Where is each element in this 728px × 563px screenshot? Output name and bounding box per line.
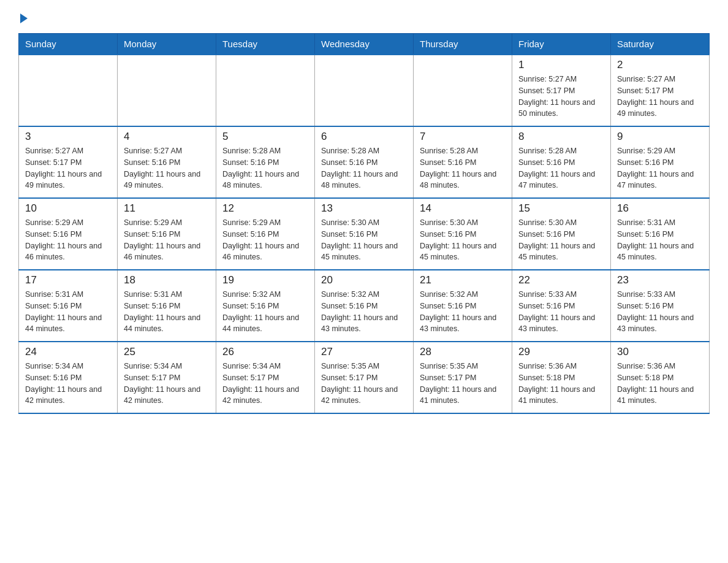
day-info: Sunrise: 5:28 AM Sunset: 5:16 PM Dayligh… — [222, 145, 308, 191]
day-number: 9 — [617, 131, 703, 143]
calendar-cell — [315, 55, 414, 126]
day-number: 15 — [518, 202, 604, 215]
day-info: Sunrise: 5:28 AM Sunset: 5:16 PM Dayligh… — [420, 145, 506, 191]
calendar-cell: 4Sunrise: 5:27 AM Sunset: 5:16 PM Daylig… — [118, 126, 216, 198]
day-number: 22 — [518, 274, 604, 286]
calendar-cell: 24Sunrise: 5:34 AM Sunset: 5:16 PM Dayli… — [19, 342, 118, 413]
calendar-cell — [118, 55, 216, 126]
calendar-cell: 14Sunrise: 5:30 AM Sunset: 5:16 PM Dayli… — [414, 198, 512, 270]
day-info: Sunrise: 5:27 AM Sunset: 5:17 PM Dayligh… — [518, 74, 604, 120]
day-info: Sunrise: 5:29 AM Sunset: 5:16 PM Dayligh… — [617, 145, 703, 191]
calendar-cell: 29Sunrise: 5:36 AM Sunset: 5:18 PM Dayli… — [512, 342, 611, 413]
weekday-header-thursday: Thursday — [414, 34, 512, 55]
calendar-header-row: SundayMondayTuesdayWednesdayThursdayFrid… — [19, 34, 710, 55]
calendar-cell: 27Sunrise: 5:35 AM Sunset: 5:17 PM Dayli… — [315, 342, 414, 413]
calendar-cell: 10Sunrise: 5:29 AM Sunset: 5:16 PM Dayli… — [19, 198, 118, 270]
day-info: Sunrise: 5:28 AM Sunset: 5:16 PM Dayligh… — [321, 145, 407, 191]
day-info: Sunrise: 5:27 AM Sunset: 5:17 PM Dayligh… — [25, 145, 111, 191]
calendar-table: SundayMondayTuesdayWednesdayThursdayFrid… — [18, 33, 710, 414]
calendar-cell: 19Sunrise: 5:32 AM Sunset: 5:16 PM Dayli… — [216, 270, 315, 342]
day-info: Sunrise: 5:31 AM Sunset: 5:16 PM Dayligh… — [25, 289, 111, 335]
day-number: 21 — [420, 274, 506, 286]
calendar-cell: 5Sunrise: 5:28 AM Sunset: 5:16 PM Daylig… — [216, 126, 315, 198]
calendar-cell: 18Sunrise: 5:31 AM Sunset: 5:16 PM Dayli… — [118, 270, 216, 342]
calendar-week-row: 3Sunrise: 5:27 AM Sunset: 5:17 PM Daylig… — [19, 126, 710, 198]
day-number: 29 — [518, 346, 604, 358]
calendar-cell — [414, 55, 512, 126]
calendar-cell: 25Sunrise: 5:34 AM Sunset: 5:17 PM Dayli… — [118, 342, 216, 413]
day-info: Sunrise: 5:28 AM Sunset: 5:16 PM Dayligh… — [518, 145, 604, 191]
calendar-week-row: 10Sunrise: 5:29 AM Sunset: 5:16 PM Dayli… — [19, 198, 710, 270]
day-info: Sunrise: 5:31 AM Sunset: 5:16 PM Dayligh… — [617, 217, 703, 263]
day-info: Sunrise: 5:33 AM Sunset: 5:16 PM Dayligh… — [617, 289, 703, 335]
day-info: Sunrise: 5:33 AM Sunset: 5:16 PM Dayligh… — [518, 289, 604, 335]
calendar-cell: 28Sunrise: 5:35 AM Sunset: 5:17 PM Dayli… — [414, 342, 512, 413]
day-number: 25 — [124, 346, 210, 358]
calendar-cell: 21Sunrise: 5:32 AM Sunset: 5:16 PM Dayli… — [414, 270, 512, 342]
day-number: 13 — [321, 202, 407, 215]
weekday-header-wednesday: Wednesday — [315, 34, 414, 55]
day-number: 6 — [321, 131, 407, 143]
weekday-header-monday: Monday — [118, 34, 216, 55]
weekday-header-tuesday: Tuesday — [216, 34, 315, 55]
calendar-cell — [19, 55, 118, 126]
day-number: 8 — [518, 131, 604, 143]
day-info: Sunrise: 5:34 AM Sunset: 5:16 PM Dayligh… — [25, 361, 111, 407]
calendar-cell: 11Sunrise: 5:29 AM Sunset: 5:16 PM Dayli… — [118, 198, 216, 270]
calendar-cell: 1Sunrise: 5:27 AM Sunset: 5:17 PM Daylig… — [512, 55, 611, 126]
day-number: 12 — [222, 202, 308, 215]
calendar-cell: 22Sunrise: 5:33 AM Sunset: 5:16 PM Dayli… — [512, 270, 611, 342]
day-info: Sunrise: 5:30 AM Sunset: 5:16 PM Dayligh… — [518, 217, 604, 263]
day-info: Sunrise: 5:27 AM Sunset: 5:16 PM Dayligh… — [124, 145, 210, 191]
day-number: 11 — [124, 202, 210, 215]
day-number: 26 — [222, 346, 308, 358]
day-number: 10 — [25, 202, 111, 215]
day-number: 24 — [25, 346, 111, 358]
calendar-cell: 30Sunrise: 5:36 AM Sunset: 5:18 PM Dayli… — [611, 342, 710, 413]
day-number: 17 — [25, 274, 111, 286]
calendar-cell — [216, 55, 315, 126]
day-info: Sunrise: 5:36 AM Sunset: 5:18 PM Dayligh… — [617, 361, 703, 407]
day-info: Sunrise: 5:27 AM Sunset: 5:17 PM Dayligh… — [617, 74, 703, 120]
day-number: 14 — [420, 202, 506, 215]
calendar-cell: 8Sunrise: 5:28 AM Sunset: 5:16 PM Daylig… — [512, 126, 611, 198]
calendar-cell: 3Sunrise: 5:27 AM Sunset: 5:17 PM Daylig… — [19, 126, 118, 198]
day-number: 1 — [518, 59, 604, 71]
page-header — [18, 12, 710, 23]
day-number: 16 — [617, 202, 703, 215]
calendar-week-row: 1Sunrise: 5:27 AM Sunset: 5:17 PM Daylig… — [19, 55, 710, 126]
calendar-cell: 15Sunrise: 5:30 AM Sunset: 5:16 PM Dayli… — [512, 198, 611, 270]
day-number: 18 — [124, 274, 210, 286]
day-number: 28 — [420, 346, 506, 358]
day-number: 23 — [617, 274, 703, 286]
day-number: 2 — [617, 59, 703, 71]
calendar-week-row: 17Sunrise: 5:31 AM Sunset: 5:16 PM Dayli… — [19, 270, 710, 342]
day-number: 3 — [25, 131, 111, 143]
calendar-cell: 26Sunrise: 5:34 AM Sunset: 5:17 PM Dayli… — [216, 342, 315, 413]
day-info: Sunrise: 5:32 AM Sunset: 5:16 PM Dayligh… — [420, 289, 506, 335]
calendar-week-row: 24Sunrise: 5:34 AM Sunset: 5:16 PM Dayli… — [19, 342, 710, 413]
day-info: Sunrise: 5:35 AM Sunset: 5:17 PM Dayligh… — [321, 361, 407, 407]
weekday-header-saturday: Saturday — [611, 34, 710, 55]
day-info: Sunrise: 5:32 AM Sunset: 5:16 PM Dayligh… — [222, 289, 308, 335]
day-info: Sunrise: 5:36 AM Sunset: 5:18 PM Dayligh… — [518, 361, 604, 407]
day-info: Sunrise: 5:29 AM Sunset: 5:16 PM Dayligh… — [25, 217, 111, 263]
day-number: 7 — [420, 131, 506, 143]
day-info: Sunrise: 5:34 AM Sunset: 5:17 PM Dayligh… — [124, 361, 210, 407]
day-number: 4 — [124, 131, 210, 143]
day-info: Sunrise: 5:32 AM Sunset: 5:16 PM Dayligh… — [321, 289, 407, 335]
calendar-cell: 7Sunrise: 5:28 AM Sunset: 5:16 PM Daylig… — [414, 126, 512, 198]
day-info: Sunrise: 5:29 AM Sunset: 5:16 PM Dayligh… — [124, 217, 210, 263]
calendar-cell: 23Sunrise: 5:33 AM Sunset: 5:16 PM Dayli… — [611, 270, 710, 342]
day-number: 30 — [617, 346, 703, 358]
calendar-cell: 9Sunrise: 5:29 AM Sunset: 5:16 PM Daylig… — [611, 126, 710, 198]
day-info: Sunrise: 5:34 AM Sunset: 5:17 PM Dayligh… — [222, 361, 308, 407]
day-info: Sunrise: 5:30 AM Sunset: 5:16 PM Dayligh… — [420, 217, 506, 263]
day-number: 19 — [222, 274, 308, 286]
weekday-header-sunday: Sunday — [19, 34, 118, 55]
calendar-cell: 16Sunrise: 5:31 AM Sunset: 5:16 PM Dayli… — [611, 198, 710, 270]
day-number: 20 — [321, 274, 407, 286]
calendar-cell: 12Sunrise: 5:29 AM Sunset: 5:16 PM Dayli… — [216, 198, 315, 270]
day-info: Sunrise: 5:31 AM Sunset: 5:16 PM Dayligh… — [124, 289, 210, 335]
logo — [18, 12, 28, 23]
